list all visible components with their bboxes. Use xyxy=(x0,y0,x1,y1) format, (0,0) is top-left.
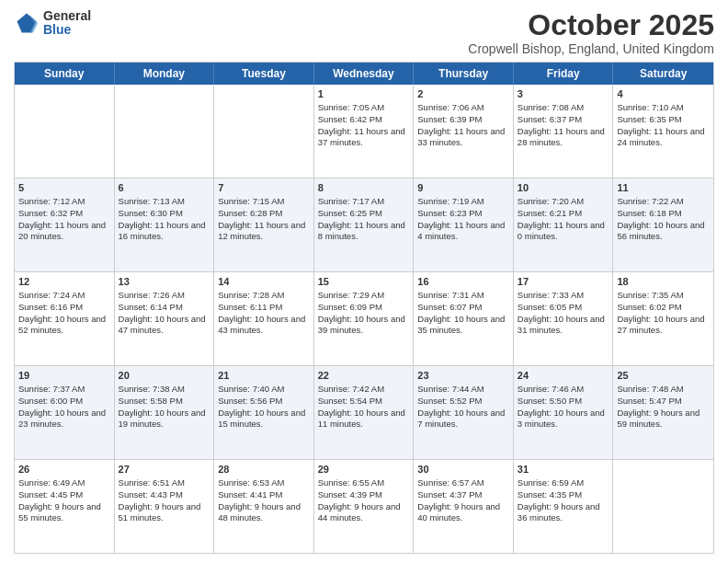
calendar-cell-day-18: 18Sunrise: 7:35 AMSunset: 6:02 PMDayligh… xyxy=(613,272,713,365)
day-info-line: Sunset: 6:42 PM xyxy=(318,114,410,126)
day-info-line: Sunrise: 7:10 AM xyxy=(617,102,710,114)
calendar-cell-day-26: 26Sunrise: 6:49 AMSunset: 4:45 PMDayligh… xyxy=(15,460,115,553)
day-info-line: Daylight: 11 hours and 33 minutes. xyxy=(417,126,509,150)
calendar-cell-day-9: 9Sunrise: 7:19 AMSunset: 6:23 PMDaylight… xyxy=(414,178,514,271)
calendar-cell-day-17: 17Sunrise: 7:33 AMSunset: 6:05 PMDayligh… xyxy=(514,272,614,365)
day-info-line: Daylight: 9 hours and 55 minutes. xyxy=(18,501,110,525)
day-info-line: Daylight: 10 hours and 7 minutes. xyxy=(417,408,509,431)
calendar-cell-day-13: 13Sunrise: 7:26 AMSunset: 6:14 PMDayligh… xyxy=(115,272,215,365)
day-info-line: Sunrise: 7:08 AM xyxy=(518,102,609,114)
calendar-cell-day-28: 28Sunrise: 6:53 AMSunset: 4:41 PMDayligh… xyxy=(214,460,314,553)
day-info-line: Daylight: 10 hours and 43 minutes. xyxy=(218,314,310,338)
day-info-line: Daylight: 9 hours and 44 minutes. xyxy=(318,501,410,525)
day-info-line: Sunset: 6:32 PM xyxy=(18,208,110,220)
title-block: October 2025 Cropwell Bishop, England, U… xyxy=(468,9,714,56)
day-info-line: Sunset: 6:35 PM xyxy=(617,114,710,126)
day-info-line: Daylight: 9 hours and 48 minutes. xyxy=(218,501,310,525)
day-number: 27 xyxy=(119,463,210,477)
day-number: 6 xyxy=(119,181,210,195)
calendar-cell-day-16: 16Sunrise: 7:31 AMSunset: 6:07 PMDayligh… xyxy=(414,272,514,365)
day-number: 31 xyxy=(518,463,609,477)
day-info-line: Sunrise: 7:06 AM xyxy=(417,102,509,114)
calendar-cell-empty xyxy=(613,460,713,553)
header: General Blue October 2025 Cropwell Bisho… xyxy=(14,9,714,56)
header-day-saturday: Saturday xyxy=(613,63,713,85)
day-info-line: Daylight: 11 hours and 0 minutes. xyxy=(518,220,609,244)
day-number: 18 xyxy=(617,275,710,289)
calendar-cell-day-29: 29Sunrise: 6:55 AMSunset: 4:39 PMDayligh… xyxy=(314,460,415,553)
day-number: 5 xyxy=(18,181,110,195)
day-info-line: Sunset: 6:39 PM xyxy=(417,114,509,126)
day-number: 22 xyxy=(318,369,410,383)
day-info-line: Sunrise: 7:24 AM xyxy=(18,290,110,302)
day-info-line: Sunset: 4:41 PM xyxy=(218,489,310,501)
day-info-line: Daylight: 11 hours and 4 minutes. xyxy=(417,220,509,244)
day-number: 2 xyxy=(417,87,509,101)
day-info-line: Sunset: 5:54 PM xyxy=(318,396,410,408)
day-info-line: Sunset: 6:02 PM xyxy=(617,302,710,314)
day-info-line: Daylight: 11 hours and 12 minutes. xyxy=(218,220,310,244)
day-number: 30 xyxy=(417,463,509,477)
calendar-body: 1Sunrise: 7:05 AMSunset: 6:42 PMDaylight… xyxy=(15,85,713,553)
day-info-line: Sunrise: 7:40 AM xyxy=(218,384,310,396)
day-info-line: Sunrise: 7:33 AM xyxy=(518,290,609,302)
calendar: SundayMondayTuesdayWednesdayThursdayFrid… xyxy=(14,62,714,554)
logo-text: General Blue xyxy=(43,9,91,38)
calendar-cell-day-2: 2Sunrise: 7:06 AMSunset: 6:39 PMDaylight… xyxy=(414,85,514,178)
day-info-line: Sunrise: 7:20 AM xyxy=(518,196,609,208)
day-info-line: Sunset: 6:18 PM xyxy=(617,208,710,220)
calendar-cell-day-7: 7Sunrise: 7:15 AMSunset: 6:28 PMDaylight… xyxy=(214,178,314,271)
day-info-line: Sunrise: 7:19 AM xyxy=(417,196,509,208)
calendar-cell-day-31: 31Sunrise: 6:59 AMSunset: 4:35 PMDayligh… xyxy=(514,460,614,553)
day-info-line: Sunset: 4:43 PM xyxy=(119,489,210,501)
day-number: 12 xyxy=(18,275,110,289)
month-title: October 2025 xyxy=(468,9,714,41)
calendar-row-3: 19Sunrise: 7:37 AMSunset: 6:00 PMDayligh… xyxy=(15,365,713,459)
day-info-line: Sunset: 6:00 PM xyxy=(18,396,110,408)
calendar-cell-day-27: 27Sunrise: 6:51 AMSunset: 4:43 PMDayligh… xyxy=(115,460,215,553)
header-day-friday: Friday xyxy=(514,63,614,85)
day-info-line: Sunset: 6:09 PM xyxy=(318,302,410,314)
day-info-line: Daylight: 10 hours and 11 minutes. xyxy=(318,408,410,431)
day-info-line: Daylight: 10 hours and 35 minutes. xyxy=(417,314,509,338)
calendar-cell-day-24: 24Sunrise: 7:46 AMSunset: 5:50 PMDayligh… xyxy=(514,366,614,459)
day-info-line: Sunrise: 7:29 AM xyxy=(318,290,410,302)
day-number: 8 xyxy=(318,181,410,195)
calendar-cell-empty xyxy=(214,85,314,178)
calendar-cell-day-21: 21Sunrise: 7:40 AMSunset: 5:56 PMDayligh… xyxy=(214,366,314,459)
header-day-wednesday: Wednesday xyxy=(314,63,415,85)
day-info-line: Sunset: 4:45 PM xyxy=(18,489,110,501)
page: General Blue October 2025 Cropwell Bisho… xyxy=(0,0,728,563)
day-number: 24 xyxy=(518,369,609,383)
day-info-line: Sunset: 5:47 PM xyxy=(617,396,710,408)
day-info-line: Daylight: 11 hours and 28 minutes. xyxy=(518,126,609,150)
day-info-line: Daylight: 11 hours and 24 minutes. xyxy=(617,126,710,150)
calendar-cell-day-20: 20Sunrise: 7:38 AMSunset: 5:58 PMDayligh… xyxy=(115,366,215,459)
day-info-line: Sunrise: 7:31 AM xyxy=(417,290,509,302)
logo-blue-text: Blue xyxy=(43,23,91,37)
calendar-row-1: 5Sunrise: 7:12 AMSunset: 6:32 PMDaylight… xyxy=(15,178,713,271)
day-info-line: Sunrise: 7:15 AM xyxy=(218,196,310,208)
day-info-line: Sunset: 6:11 PM xyxy=(218,302,310,314)
day-info-line: Sunset: 6:14 PM xyxy=(119,302,210,314)
day-info-line: Daylight: 9 hours and 51 minutes. xyxy=(119,501,210,525)
day-number: 20 xyxy=(119,369,210,383)
calendar-cell-day-6: 6Sunrise: 7:13 AMSunset: 6:30 PMDaylight… xyxy=(115,178,215,271)
location-subtitle: Cropwell Bishop, England, United Kingdom xyxy=(468,41,714,56)
day-number: 21 xyxy=(218,369,310,383)
calendar-cell-day-1: 1Sunrise: 7:05 AMSunset: 6:42 PMDaylight… xyxy=(314,85,415,178)
day-number: 7 xyxy=(218,181,310,195)
logo-icon xyxy=(14,10,40,36)
day-info-line: Sunrise: 6:49 AM xyxy=(18,477,110,489)
day-info-line: Sunset: 6:05 PM xyxy=(518,302,609,314)
day-info-line: Sunrise: 7:44 AM xyxy=(417,384,509,396)
day-info-line: Sunset: 6:25 PM xyxy=(318,208,410,220)
calendar-cell-day-25: 25Sunrise: 7:48 AMSunset: 5:47 PMDayligh… xyxy=(613,366,713,459)
day-info-line: Daylight: 10 hours and 19 minutes. xyxy=(119,408,210,431)
day-info-line: Sunrise: 7:13 AM xyxy=(119,196,210,208)
day-info-line: Sunrise: 6:59 AM xyxy=(518,477,609,489)
day-info-line: Sunset: 4:35 PM xyxy=(518,489,609,501)
day-number: 25 xyxy=(617,369,710,383)
day-number: 11 xyxy=(617,181,710,195)
calendar-cell-day-5: 5Sunrise: 7:12 AMSunset: 6:32 PMDaylight… xyxy=(15,178,115,271)
